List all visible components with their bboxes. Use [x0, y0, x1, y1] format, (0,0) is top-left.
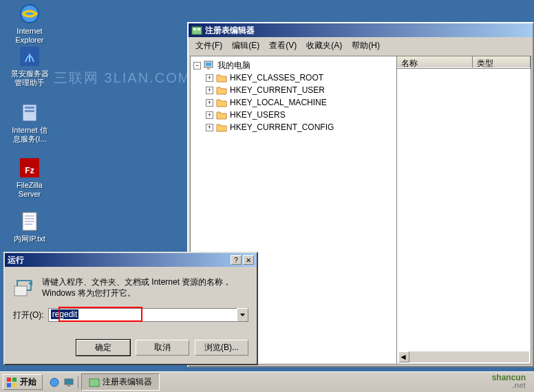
- ie-icon: [19, 3, 41, 25]
- desktop-icon-txt[interactable]: 内网IP.txt: [6, 210, 54, 243]
- tree-children: +HKEY_CLASSES_ROOT +HKEY_CURRENT_USER +H…: [206, 72, 394, 133]
- expand-icon[interactable]: +: [206, 74, 213, 82]
- desktop-icon-jingan[interactable]: 景安服务器管理助手: [6, 45, 54, 87]
- taskbar: 开始 注册表编辑器 shancun.net: [0, 371, 534, 392]
- svg-rect-17: [207, 68, 210, 69]
- menu-favorites[interactable]: 收藏夹(A): [302, 39, 346, 53]
- ql-desktop-icon[interactable]: [63, 376, 75, 389]
- tree-item[interactable]: +HKEY_CLASSES_ROOT: [206, 72, 394, 84]
- task-regedit[interactable]: 注册表编辑器: [81, 373, 160, 391]
- tree-root-item[interactable]: − 我的电脑: [193, 59, 394, 72]
- menu-edit[interactable]: 编辑(E): [228, 39, 264, 53]
- notepad-icon: [19, 210, 41, 232]
- run-title: 运行: [8, 254, 231, 266]
- list-header: 名称 类型: [397, 56, 531, 69]
- start-label: 开始: [20, 376, 36, 388]
- computer-icon: [204, 61, 215, 70]
- scroll-left-button[interactable]: ◄: [398, 351, 409, 362]
- list-pane[interactable]: 名称 类型 ◄: [397, 56, 531, 364]
- svg-rect-3: [25, 107, 34, 109]
- horizontal-scrollbar[interactable]: ◄: [398, 351, 529, 362]
- svg-point-25: [50, 378, 58, 386]
- desktop-icon-iis[interactable]: Internet 信息服务(I...: [6, 102, 54, 144]
- tree-label: HKEY_LOCAL_MACHINE: [230, 96, 327, 109]
- svg-rect-16: [206, 63, 211, 66]
- svg-marker-20: [240, 314, 245, 316]
- regedit-icon: [191, 25, 202, 36]
- svg-rect-23: [7, 383, 11, 387]
- icon-label: InternetExplorer: [6, 27, 54, 45]
- menu-file[interactable]: 文件(F): [191, 39, 226, 53]
- svg-rect-27: [67, 385, 70, 386]
- run-description: 请键入程序、文件夹、文档或 Internet 资源的名称，Windows 将为您…: [42, 276, 248, 298]
- close-button[interactable]: ✕: [243, 255, 254, 265]
- icon-label: 景安服务器管理助手: [6, 69, 54, 87]
- regedit-title: 注册表编辑器: [205, 25, 530, 36]
- cancel-button[interactable]: 取消: [136, 340, 189, 356]
- run-titlebar[interactable]: 运行 ? ✕: [5, 253, 257, 267]
- icon-label: 内网IP.txt: [6, 235, 54, 243]
- tree-label: HKEY_CURRENT_USER: [230, 84, 325, 96]
- tree-label: HKEY_CLASSES_ROOT: [230, 72, 323, 84]
- open-input[interactable]: [48, 308, 237, 322]
- desktop-icon-ie[interactable]: InternetExplorer: [6, 3, 54, 45]
- tree-label: HKEY_CURRENT_CONFIG: [230, 121, 334, 133]
- svg-rect-4: [25, 110, 34, 112]
- icon-label: Internet 信息服务(I...: [6, 126, 54, 144]
- svg-text:Fz: Fz: [25, 166, 34, 175]
- svg-rect-24: [12, 383, 17, 387]
- desktop-icon-filezilla[interactable]: Fz FileZillaServer: [6, 157, 54, 199]
- run-buttons: 确定 取消 浏览(B)...: [5, 340, 257, 364]
- leaf-icon: [19, 45, 41, 67]
- expand-icon[interactable]: +: [206, 99, 213, 107]
- regedit-task-icon: [89, 377, 100, 388]
- regedit-menubar: 文件(F) 编辑(E) 查看(V) 收藏夹(A) 帮助(H): [189, 37, 533, 54]
- server-icon: [19, 102, 41, 124]
- menu-help[interactable]: 帮助(H): [348, 39, 384, 53]
- open-combobox[interactable]: regedit: [48, 308, 248, 322]
- help-button[interactable]: ?: [231, 255, 242, 265]
- expand-icon[interactable]: +: [206, 124, 213, 131]
- folder-icon: [216, 85, 227, 95]
- brand-watermark: shancun.net: [492, 369, 526, 389]
- collapse-icon[interactable]: −: [193, 62, 201, 69]
- tree-label: 我的电脑: [217, 59, 250, 72]
- folder-icon: [216, 122, 227, 132]
- watermark: 三联网 3LIAN.COM: [54, 69, 191, 87]
- svg-rect-26: [65, 379, 73, 384]
- run-dialog: 运行 ? ✕ 请键入程序、文件夹、文档或 Internet 资源的名称，Wind…: [3, 252, 258, 365]
- task-label: 注册表编辑器: [103, 376, 152, 388]
- filezilla-icon: Fz: [19, 157, 41, 179]
- windows-logo-icon: [6, 377, 17, 388]
- expand-icon[interactable]: +: [206, 87, 213, 94]
- folder-icon: [216, 73, 227, 83]
- start-button[interactable]: 开始: [3, 374, 43, 390]
- svg-rect-18: [14, 286, 27, 296]
- svg-rect-22: [12, 378, 17, 382]
- browse-button[interactable]: 浏览(B)...: [195, 340, 248, 356]
- tree-item[interactable]: +HKEY_USERS: [206, 109, 394, 121]
- svg-rect-14: [197, 28, 200, 30]
- svg-rect-12: [192, 27, 202, 34]
- run-icon: [13, 276, 35, 298]
- regedit-titlebar[interactable]: 注册表编辑器: [189, 23, 533, 37]
- folder-icon: [216, 98, 227, 107]
- tree-label: HKEY_USERS: [230, 109, 286, 121]
- run-body: 请键入程序、文件夹、文档或 Internet 资源的名称，Windows 将为您…: [5, 267, 257, 340]
- icon-label: FileZillaServer: [6, 181, 54, 199]
- tree-item[interactable]: +HKEY_LOCAL_MACHINE: [206, 96, 394, 109]
- menu-view[interactable]: 查看(V): [265, 39, 301, 53]
- tree-item[interactable]: +HKEY_CURRENT_CONFIG: [206, 121, 394, 133]
- col-name[interactable]: 名称: [397, 56, 473, 68]
- svg-rect-28: [89, 379, 99, 386]
- folder-icon: [216, 110, 227, 120]
- col-type[interactable]: 类型: [473, 56, 531, 68]
- expand-icon[interactable]: +: [206, 111, 213, 119]
- svg-rect-13: [193, 28, 196, 30]
- dropdown-button[interactable]: [237, 308, 248, 322]
- tree-item[interactable]: +HKEY_CURRENT_USER: [206, 84, 394, 96]
- quick-launch: [45, 376, 78, 389]
- ok-button[interactable]: 确定: [76, 340, 130, 356]
- svg-rect-21: [7, 378, 11, 382]
- ql-ie-icon[interactable]: [48, 376, 61, 389]
